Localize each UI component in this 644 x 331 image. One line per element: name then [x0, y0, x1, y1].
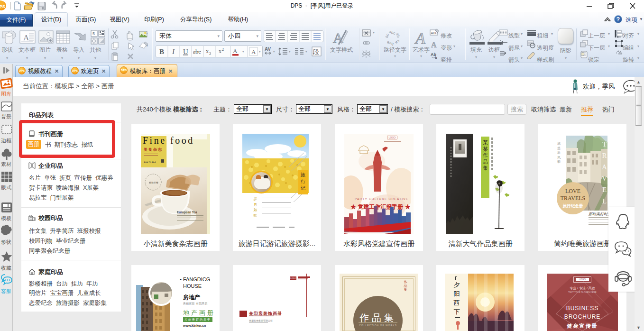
svg-text:A: A: [23, 33, 29, 42]
svg-text:abe: abe: [193, 48, 201, 55]
svg-text:ab: ab: [396, 33, 401, 38]
svg-text:▾: ▾: [289, 50, 291, 53]
svg-text:A: A: [233, 47, 238, 55]
svg-text:b: b: [435, 55, 437, 60]
svg-text:PARTY CULTURE CREATIVE: PARTY CULTURE CREATIVE: [355, 197, 408, 201]
svg-text:A: A: [414, 29, 425, 46]
svg-text:ca: ca: [394, 39, 400, 45]
svg-text:bca: bca: [386, 40, 394, 46]
svg-text:2: 2: [222, 47, 224, 52]
svg-text:▾: ▾: [305, 50, 307, 53]
svg-text:AV: AV: [265, 46, 271, 52]
svg-text:I: I: [172, 48, 175, 55]
svg-text:5: 5: [92, 31, 95, 36]
svg-text:▾: ▾: [259, 50, 261, 53]
svg-text:J P U I S H R I N I: J P U I S H R I N I: [551, 179, 552, 195]
svg-text:段: 段: [313, 48, 319, 55]
svg-text:A: A: [251, 48, 256, 55]
svg-text:x: x: [219, 48, 221, 55]
svg-text:▾: ▾: [242, 50, 244, 53]
svg-text:U: U: [183, 48, 188, 55]
svg-text:B: B: [159, 48, 164, 55]
svg-text:2: 2: [209, 52, 211, 56]
svg-text:A: A: [431, 41, 437, 49]
svg-text:▾: ▾: [273, 50, 275, 53]
svg-text:精致早餐: 精致早餐: [149, 181, 158, 184]
svg-text:PS: PS: [0, 4, 5, 9]
svg-text:★ 党建工作汇报手册 ★: ★ 党建工作汇报手册 ★: [350, 203, 411, 210]
svg-text:x: x: [206, 48, 209, 55]
